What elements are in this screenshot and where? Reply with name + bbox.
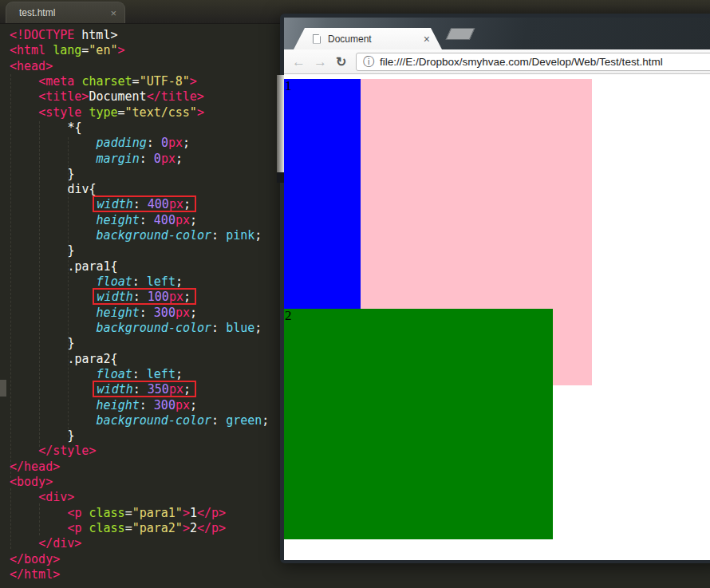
code-line: background-color: green; [0, 413, 289, 428]
forward-icon[interactable]: → [314, 49, 327, 74]
new-tab-button[interactable] [446, 28, 475, 40]
code-line: padding: 0px; [0, 136, 289, 151]
code-line: </head> [0, 460, 289, 475]
code-line: height: 300px; [0, 306, 289, 321]
info-icon[interactable]: ⓘ [363, 55, 374, 69]
browser-tab-strip: Document × [284, 18, 710, 49]
reload-icon[interactable]: ↻ [336, 49, 346, 74]
back-icon[interactable]: ← [292, 49, 306, 74]
browser-tab-document[interactable]: Document × [294, 28, 442, 49]
code-line: *{ [0, 120, 289, 136]
browser-toolbar: ← → ↻ ⓘ file:///E:/Dropbox/smyhvae.com/D… [284, 49, 710, 74]
code-line: height: 300px; [0, 398, 289, 413]
code-line: <!DOCTYPE html> [0, 28, 289, 43]
code-line: .para1{ [0, 259, 289, 274]
code-line: <body> [0, 475, 289, 490]
code-line: </style> [0, 444, 289, 459]
annotation-box: width: 350px; [93, 381, 196, 397]
code-line: width: 100px; [0, 290, 289, 305]
address-bar[interactable]: ⓘ file:///E:/Dropbox/smyhvae.com/Develop… [356, 53, 710, 71]
code-line: margin: 0px; [0, 152, 289, 167]
code-line: background-color: blue; [0, 321, 289, 336]
code-line: </html> [0, 567, 289, 582]
code-line: } [0, 428, 289, 444]
editor-tab-title: test.html [19, 7, 55, 18]
code-editor-area[interactable]: <!DOCTYPE html><html lang="en"><head><me… [0, 28, 289, 582]
blue-para1-label: 1 [285, 79, 292, 93]
code-line: width: 400px; [0, 197, 289, 212]
editor-scrollbar[interactable] [277, 75, 284, 172]
browser-tab-title: Document [328, 34, 372, 45]
code-line: <title>Document</title> [0, 89, 289, 105]
code-line: <html lang="en"> [0, 43, 289, 58]
blue-para1: 1 [284, 79, 361, 309]
code-line: width: 350px; [0, 382, 289, 397]
editor-tab-test-html[interactable]: test.html × [6, 2, 125, 23]
window-edge-artifact [0, 380, 6, 397]
browser-window: Document × ← → ↻ ⓘ file:///E:/Dropbox/sm… [280, 14, 710, 563]
url-text[interactable]: file:///E:/Dropbox/smyhvae.com/Develop/W… [380, 56, 663, 68]
code-line: </div> [0, 536, 289, 551]
green-para2-label: 2 [285, 309, 292, 323]
code-line: <style type="text/css"> [0, 105, 289, 120]
code-line: height: 400px; [0, 213, 289, 228]
code-line: <p class="para2">2</p> [0, 521, 289, 536]
code-line: <p class="para1">1</p> [0, 506, 289, 521]
editor-tab-close-icon[interactable]: × [110, 8, 116, 18]
code-line: <head> [0, 59, 289, 74]
code-line: <div> [0, 490, 289, 505]
browser-tab-close-icon[interactable]: × [424, 34, 430, 45]
browser-viewport: 12 [284, 74, 710, 560]
annotation-box: width: 400px; [93, 195, 196, 212]
code-line: } [0, 167, 289, 182]
code-line: background-color: pink; [0, 228, 289, 243]
code-line: } [0, 243, 289, 258]
editor-scrollbar-thumb[interactable] [277, 172, 284, 183]
code-line: } [0, 336, 289, 351]
green-para2: 2 [284, 309, 553, 539]
page-icon [313, 34, 321, 44]
code-line: <meta charset="UTF-8"> [0, 74, 289, 89]
code-line: .para2{ [0, 352, 289, 367]
annotation-box: width: 100px; [93, 288, 196, 305]
code-line: </body> [0, 552, 289, 567]
